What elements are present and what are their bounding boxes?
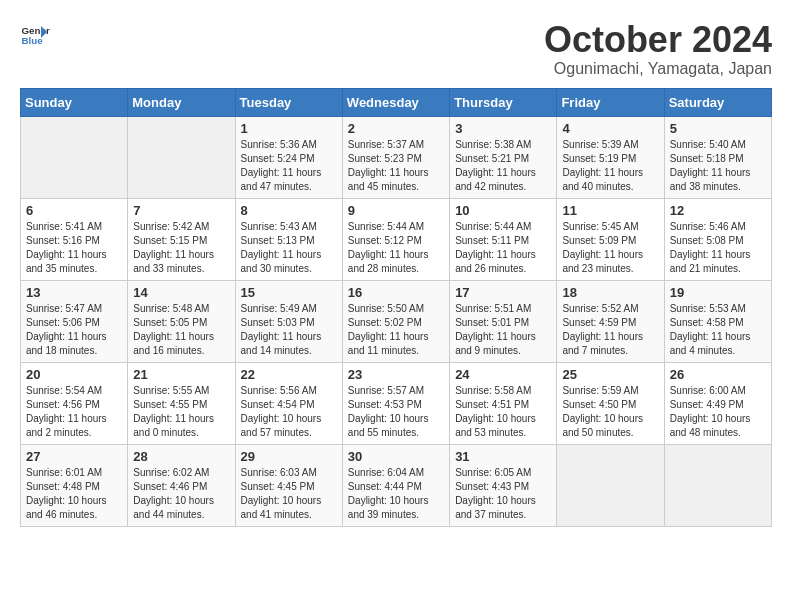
calendar-week-2: 6 Sunrise: 5:41 AMSunset: 5:16 PMDayligh… <box>21 198 772 280</box>
calendar-cell: 22 Sunrise: 5:56 AMSunset: 4:54 PMDaylig… <box>235 362 342 444</box>
calendar-cell: 7 Sunrise: 5:42 AMSunset: 5:15 PMDayligh… <box>128 198 235 280</box>
calendar-cell <box>557 444 664 526</box>
day-number: 6 <box>26 203 122 218</box>
cell-content: Sunrise: 5:59 AMSunset: 4:50 PMDaylight:… <box>562 384 658 440</box>
day-number: 1 <box>241 121 337 136</box>
calendar-cell: 4 Sunrise: 5:39 AMSunset: 5:19 PMDayligh… <box>557 116 664 198</box>
cell-content: Sunrise: 5:38 AMSunset: 5:21 PMDaylight:… <box>455 138 551 194</box>
cell-content: Sunrise: 6:01 AMSunset: 4:48 PMDaylight:… <box>26 466 122 522</box>
cell-content: Sunrise: 5:42 AMSunset: 5:15 PMDaylight:… <box>133 220 229 276</box>
calendar-week-3: 13 Sunrise: 5:47 AMSunset: 5:06 PMDaylig… <box>21 280 772 362</box>
day-header-friday: Friday <box>557 88 664 116</box>
calendar-cell: 3 Sunrise: 5:38 AMSunset: 5:21 PMDayligh… <box>450 116 557 198</box>
day-number: 22 <box>241 367 337 382</box>
calendar-cell: 18 Sunrise: 5:52 AMSunset: 4:59 PMDaylig… <box>557 280 664 362</box>
cell-content: Sunrise: 5:54 AMSunset: 4:56 PMDaylight:… <box>26 384 122 440</box>
calendar-cell: 12 Sunrise: 5:46 AMSunset: 5:08 PMDaylig… <box>664 198 771 280</box>
calendar-cell: 15 Sunrise: 5:49 AMSunset: 5:03 PMDaylig… <box>235 280 342 362</box>
day-number: 27 <box>26 449 122 464</box>
day-number: 28 <box>133 449 229 464</box>
cell-content: Sunrise: 5:51 AMSunset: 5:01 PMDaylight:… <box>455 302 551 358</box>
cell-content: Sunrise: 5:44 AMSunset: 5:12 PMDaylight:… <box>348 220 444 276</box>
day-header-thursday: Thursday <box>450 88 557 116</box>
cell-content: Sunrise: 5:48 AMSunset: 5:05 PMDaylight:… <box>133 302 229 358</box>
calendar-cell: 2 Sunrise: 5:37 AMSunset: 5:23 PMDayligh… <box>342 116 449 198</box>
day-header-saturday: Saturday <box>664 88 771 116</box>
calendar-cell: 13 Sunrise: 5:47 AMSunset: 5:06 PMDaylig… <box>21 280 128 362</box>
day-header-wednesday: Wednesday <box>342 88 449 116</box>
cell-content: Sunrise: 5:47 AMSunset: 5:06 PMDaylight:… <box>26 302 122 358</box>
title-block: October 2024 Ogunimachi, Yamagata, Japan <box>544 20 772 78</box>
calendar-cell <box>664 444 771 526</box>
day-number: 29 <box>241 449 337 464</box>
calendar-cell: 25 Sunrise: 5:59 AMSunset: 4:50 PMDaylig… <box>557 362 664 444</box>
day-number: 17 <box>455 285 551 300</box>
day-number: 10 <box>455 203 551 218</box>
cell-content: Sunrise: 5:39 AMSunset: 5:19 PMDaylight:… <box>562 138 658 194</box>
cell-content: Sunrise: 5:52 AMSunset: 4:59 PMDaylight:… <box>562 302 658 358</box>
calendar-cell: 19 Sunrise: 5:53 AMSunset: 4:58 PMDaylig… <box>664 280 771 362</box>
calendar-cell <box>21 116 128 198</box>
cell-content: Sunrise: 5:43 AMSunset: 5:13 PMDaylight:… <box>241 220 337 276</box>
day-number: 23 <box>348 367 444 382</box>
day-number: 21 <box>133 367 229 382</box>
page-header: General Blue October 2024 Ogunimachi, Ya… <box>20 20 772 78</box>
logo: General Blue <box>20 20 50 50</box>
cell-content: Sunrise: 5:55 AMSunset: 4:55 PMDaylight:… <box>133 384 229 440</box>
calendar-cell: 6 Sunrise: 5:41 AMSunset: 5:16 PMDayligh… <box>21 198 128 280</box>
day-number: 20 <box>26 367 122 382</box>
cell-content: Sunrise: 6:03 AMSunset: 4:45 PMDaylight:… <box>241 466 337 522</box>
calendar-cell: 8 Sunrise: 5:43 AMSunset: 5:13 PMDayligh… <box>235 198 342 280</box>
day-header-sunday: Sunday <box>21 88 128 116</box>
cell-content: Sunrise: 5:46 AMSunset: 5:08 PMDaylight:… <box>670 220 766 276</box>
calendar-cell: 30 Sunrise: 6:04 AMSunset: 4:44 PMDaylig… <box>342 444 449 526</box>
day-number: 4 <box>562 121 658 136</box>
cell-content: Sunrise: 5:40 AMSunset: 5:18 PMDaylight:… <box>670 138 766 194</box>
cell-content: Sunrise: 6:04 AMSunset: 4:44 PMDaylight:… <box>348 466 444 522</box>
calendar-cell: 17 Sunrise: 5:51 AMSunset: 5:01 PMDaylig… <box>450 280 557 362</box>
calendar-week-4: 20 Sunrise: 5:54 AMSunset: 4:56 PMDaylig… <box>21 362 772 444</box>
calendar-week-1: 1 Sunrise: 5:36 AMSunset: 5:24 PMDayligh… <box>21 116 772 198</box>
logo-icon: General Blue <box>20 20 50 50</box>
day-number: 5 <box>670 121 766 136</box>
cell-content: Sunrise: 5:41 AMSunset: 5:16 PMDaylight:… <box>26 220 122 276</box>
calendar-cell: 10 Sunrise: 5:44 AMSunset: 5:11 PMDaylig… <box>450 198 557 280</box>
cell-content: Sunrise: 6:00 AMSunset: 4:49 PMDaylight:… <box>670 384 766 440</box>
cell-content: Sunrise: 5:44 AMSunset: 5:11 PMDaylight:… <box>455 220 551 276</box>
cell-content: Sunrise: 5:53 AMSunset: 4:58 PMDaylight:… <box>670 302 766 358</box>
calendar-cell: 1 Sunrise: 5:36 AMSunset: 5:24 PMDayligh… <box>235 116 342 198</box>
day-number: 18 <box>562 285 658 300</box>
calendar-cell: 29 Sunrise: 6:03 AMSunset: 4:45 PMDaylig… <box>235 444 342 526</box>
cell-content: Sunrise: 5:37 AMSunset: 5:23 PMDaylight:… <box>348 138 444 194</box>
cell-content: Sunrise: 5:50 AMSunset: 5:02 PMDaylight:… <box>348 302 444 358</box>
day-number: 31 <box>455 449 551 464</box>
day-number: 3 <box>455 121 551 136</box>
day-number: 19 <box>670 285 766 300</box>
calendar-cell: 24 Sunrise: 5:58 AMSunset: 4:51 PMDaylig… <box>450 362 557 444</box>
calendar-cell: 5 Sunrise: 5:40 AMSunset: 5:18 PMDayligh… <box>664 116 771 198</box>
cell-content: Sunrise: 5:45 AMSunset: 5:09 PMDaylight:… <box>562 220 658 276</box>
calendar-cell: 21 Sunrise: 5:55 AMSunset: 4:55 PMDaylig… <box>128 362 235 444</box>
day-number: 30 <box>348 449 444 464</box>
day-number: 26 <box>670 367 766 382</box>
calendar-cell: 27 Sunrise: 6:01 AMSunset: 4:48 PMDaylig… <box>21 444 128 526</box>
day-number: 12 <box>670 203 766 218</box>
cell-content: Sunrise: 5:36 AMSunset: 5:24 PMDaylight:… <box>241 138 337 194</box>
day-number: 15 <box>241 285 337 300</box>
day-number: 25 <box>562 367 658 382</box>
calendar-body: 1 Sunrise: 5:36 AMSunset: 5:24 PMDayligh… <box>21 116 772 526</box>
svg-text:General: General <box>22 25 51 36</box>
calendar-week-5: 27 Sunrise: 6:01 AMSunset: 4:48 PMDaylig… <box>21 444 772 526</box>
cell-content: Sunrise: 5:58 AMSunset: 4:51 PMDaylight:… <box>455 384 551 440</box>
day-number: 8 <box>241 203 337 218</box>
calendar-cell: 11 Sunrise: 5:45 AMSunset: 5:09 PMDaylig… <box>557 198 664 280</box>
calendar-cell: 26 Sunrise: 6:00 AMSunset: 4:49 PMDaylig… <box>664 362 771 444</box>
calendar-cell <box>128 116 235 198</box>
day-header-tuesday: Tuesday <box>235 88 342 116</box>
cell-content: Sunrise: 5:57 AMSunset: 4:53 PMDaylight:… <box>348 384 444 440</box>
calendar-table: SundayMondayTuesdayWednesdayThursdayFrid… <box>20 88 772 527</box>
cell-content: Sunrise: 5:49 AMSunset: 5:03 PMDaylight:… <box>241 302 337 358</box>
day-number: 24 <box>455 367 551 382</box>
day-number: 16 <box>348 285 444 300</box>
cell-content: Sunrise: 6:05 AMSunset: 4:43 PMDaylight:… <box>455 466 551 522</box>
